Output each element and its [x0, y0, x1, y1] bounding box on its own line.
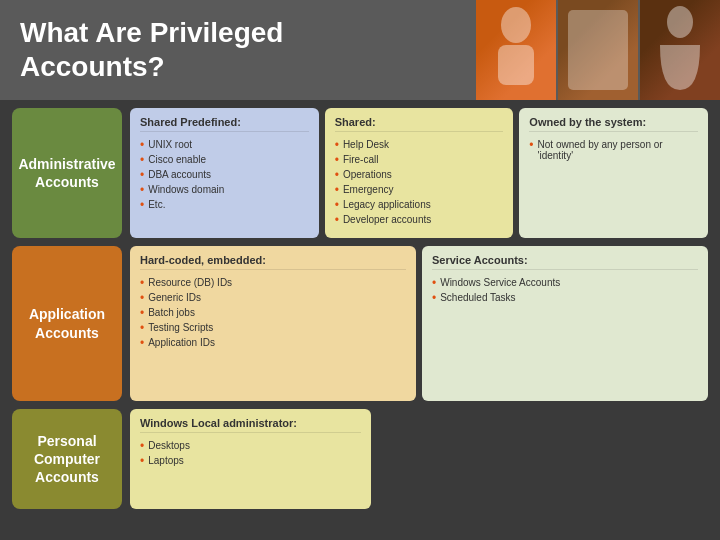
- svg-point-3: [667, 6, 693, 38]
- application-row: ApplicationAccounts Hard-coded, embedded…: [12, 246, 708, 401]
- hard-coded-card: Hard-coded, embedded: Resource (DB) IDs …: [130, 246, 416, 401]
- main-content: AdministrativeAccounts Shared Predefined…: [0, 100, 720, 540]
- list-item: UNIX root: [140, 137, 309, 152]
- administrative-row: AdministrativeAccounts Shared Predefined…: [12, 108, 708, 238]
- list-item: Windows Service Accounts: [432, 275, 698, 290]
- list-item: Desktops: [140, 438, 361, 453]
- list-item: Testing Scripts: [140, 320, 406, 335]
- list-item: Etc.: [140, 197, 309, 212]
- application-label-text: ApplicationAccounts: [29, 305, 105, 341]
- list-item: Application IDs: [140, 335, 406, 350]
- list-item: Cisco enable: [140, 152, 309, 167]
- personal-content: Windows Local administrator: Desktops La…: [130, 409, 708, 509]
- list-item: Legacy applications: [335, 197, 504, 212]
- list-item: Batch jobs: [140, 305, 406, 320]
- windows-local-card: Windows Local administrator: Desktops La…: [130, 409, 371, 509]
- page-title: What Are Privileged Accounts?: [20, 16, 283, 83]
- header-image-1: [476, 0, 556, 100]
- list-item: Resource (DB) IDs: [140, 275, 406, 290]
- shared-predefined-card: Shared Predefined: UNIX root Cisco enabl…: [130, 108, 319, 238]
- list-item: Fire-call: [335, 152, 504, 167]
- owned-by-system-title: Owned by the system:: [529, 116, 698, 132]
- shared-title: Shared:: [335, 116, 504, 132]
- hard-coded-title: Hard-coded, embedded:: [140, 254, 406, 270]
- application-content: Hard-coded, embedded: Resource (DB) IDs …: [130, 246, 708, 401]
- svg-rect-1: [498, 45, 534, 85]
- svg-point-0: [501, 7, 531, 43]
- service-accounts-title: Service Accounts:: [432, 254, 698, 270]
- list-item: DBA accounts: [140, 167, 309, 182]
- list-item: Help Desk: [335, 137, 504, 152]
- list-item: Not owned by any person or 'identity': [529, 137, 698, 162]
- list-item: Generic IDs: [140, 290, 406, 305]
- personal-filler: [377, 409, 708, 509]
- owned-by-system-card: Owned by the system: Not owned by any pe…: [519, 108, 708, 238]
- application-label: ApplicationAccounts: [12, 246, 122, 401]
- shared-predefined-list: UNIX root Cisco enable DBA accounts Wind…: [140, 137, 309, 212]
- service-accounts-card: Service Accounts: Windows Service Accoun…: [422, 246, 708, 401]
- administrative-label-text: AdministrativeAccounts: [18, 155, 115, 191]
- list-item: Scheduled Tasks: [432, 290, 698, 305]
- header-image-3: [640, 0, 720, 100]
- list-item: Emergency: [335, 182, 504, 197]
- administrative-label: AdministrativeAccounts: [12, 108, 122, 238]
- administrative-content: Shared Predefined: UNIX root Cisco enabl…: [130, 108, 708, 238]
- header-image-2: [558, 0, 638, 100]
- windows-local-title: Windows Local administrator:: [140, 417, 361, 433]
- svg-rect-2: [568, 10, 628, 90]
- list-item: Developer accounts: [335, 212, 504, 227]
- list-item: Operations: [335, 167, 504, 182]
- shared-list: Help Desk Fire-call Operations Emergency…: [335, 137, 504, 227]
- header: What Are Privileged Accounts?: [0, 0, 720, 100]
- personal-label: PersonalComputerAccounts: [12, 409, 122, 509]
- service-accounts-list: Windows Service Accounts Scheduled Tasks: [432, 275, 698, 305]
- list-item: Laptops: [140, 453, 361, 468]
- header-images: [476, 0, 720, 100]
- shared-card: Shared: Help Desk Fire-call Operations E…: [325, 108, 514, 238]
- windows-local-list: Desktops Laptops: [140, 438, 361, 468]
- shared-predefined-title: Shared Predefined:: [140, 116, 309, 132]
- owned-by-system-list: Not owned by any person or 'identity': [529, 137, 698, 162]
- personal-row: PersonalComputerAccounts Windows Local a…: [12, 409, 708, 509]
- personal-label-text: PersonalComputerAccounts: [34, 432, 100, 487]
- list-item: Windows domain: [140, 182, 309, 197]
- hard-coded-list: Resource (DB) IDs Generic IDs Batch jobs…: [140, 275, 406, 350]
